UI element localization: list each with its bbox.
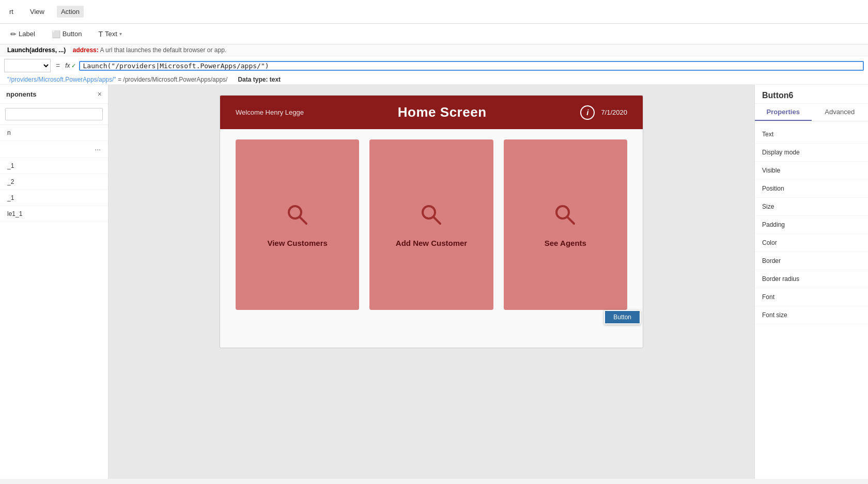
main-layout: nponents × n ··· _1 _2 _1 le1_1: [0, 85, 868, 479]
prop-font[interactable]: Font: [755, 288, 868, 306]
home-screen-title: Home Screen: [398, 104, 487, 120]
right-panel-tabs: Properties Advanced: [755, 104, 868, 121]
prop-color[interactable]: Color: [755, 234, 868, 252]
app-frame: Welcome Henry Legge Home Screen i 7/1/20…: [220, 95, 643, 348]
right-panel: Button6 Properties Advanced Text Display…: [754, 85, 868, 479]
properties-list: Text Display mode Visible Position Size …: [755, 121, 868, 329]
prop-font-size[interactable]: Font size: [755, 306, 868, 324]
sidebar-search-input[interactable]: [5, 108, 103, 120]
formula-input[interactable]: [83, 62, 860, 70]
formula-input-wrapper[interactable]: [79, 61, 864, 71]
formula-dropdown[interactable]: [4, 59, 51, 72]
right-panel-title: Button6: [755, 85, 868, 104]
search-icon: [419, 202, 444, 232]
list-item[interactable]: ···: [0, 141, 108, 158]
autocomplete-row: "/providers/Microsoft.PowerApps/apps/" =…: [0, 75, 868, 85]
param-description: address:: [73, 46, 99, 54]
home-header: Welcome Henry Legge Home Screen i 7/1/20…: [220, 96, 643, 129]
list-item[interactable]: n: [0, 125, 108, 141]
menu-item-rt[interactable]: rt: [5, 6, 18, 18]
list-item[interactable]: _1: [0, 190, 108, 206]
sidebar-title: nponents: [6, 90, 37, 98]
tab-advanced[interactable]: Advanced: [812, 104, 869, 121]
prop-visible[interactable]: Visible: [755, 162, 868, 180]
button-overlay[interactable]: Button: [604, 310, 641, 324]
sidebar-list: n ··· _1 _2 _1 le1_1: [0, 125, 108, 479]
text-tool[interactable]: T Text ▾: [94, 28, 126, 40]
param-detail: A url that launches the default browser …: [100, 46, 226, 54]
prop-text[interactable]: Text: [755, 126, 868, 144]
prop-size[interactable]: Size: [755, 198, 868, 216]
text-dropdown-chevron: ▾: [119, 31, 122, 37]
sidebar-search: [0, 104, 108, 125]
prop-padding[interactable]: Padding: [755, 216, 868, 234]
canvas-area[interactable]: Welcome Henry Legge Home Screen i 7/1/20…: [109, 85, 754, 479]
menu-item-view[interactable]: View: [26, 6, 49, 18]
prop-border-radius[interactable]: Border radius: [755, 270, 868, 288]
card-label-add-customer: Add New Customer: [396, 239, 467, 247]
prop-position[interactable]: Position: [755, 180, 868, 198]
list-item[interactable]: _2: [0, 174, 108, 190]
search-icon: [552, 202, 578, 232]
formula-bar: = fx ✓: [0, 56, 868, 75]
card-label-view-customers: View Customers: [267, 239, 327, 247]
formula-hint: Launch(address, ...) address: A url that…: [0, 44, 868, 56]
svg-line-3: [433, 217, 440, 224]
button-tool[interactable]: ⬜ Button: [48, 28, 86, 40]
cards-grid: View Customers Add New Customer: [220, 129, 643, 325]
svg-line-5: [567, 217, 574, 224]
add-customer-card[interactable]: Add New Customer: [369, 139, 493, 310]
toolbar: ✏ Label ⬜ Button T Text ▾: [0, 24, 868, 44]
label-tool-text: Label: [19, 30, 35, 38]
list-item[interactable]: _1: [0, 158, 108, 174]
list-item[interactable]: le1_1: [0, 206, 108, 222]
label-icon: ✏: [10, 30, 17, 38]
dots-menu-icon[interactable]: ···: [95, 145, 101, 153]
sidebar-header: nponents ×: [0, 85, 108, 104]
prop-border[interactable]: Border: [755, 252, 868, 270]
autocomplete-eq: =: [118, 76, 121, 83]
view-customers-card[interactable]: View Customers: [236, 139, 359, 310]
autocomplete-left: "/providers/Microsoft.PowerApps/apps/" =…: [7, 76, 227, 83]
search-icon: [285, 202, 311, 232]
text-icon: T: [98, 30, 103, 38]
menu-item-action[interactable]: Action: [57, 6, 84, 18]
tab-properties[interactable]: Properties: [755, 104, 812, 121]
eq-sign: =: [54, 61, 62, 70]
text-tool-text: Text: [105, 30, 117, 38]
button-icon: ⬜: [52, 30, 60, 38]
see-agents-card[interactable]: See Agents Button: [504, 139, 627, 310]
data-type-badge: Data type: text: [238, 76, 281, 83]
header-right: i 7/1/2020: [580, 105, 627, 120]
func-signature: Launch(address, ...): [7, 46, 66, 54]
label-tool[interactable]: ✏ Label: [6, 28, 39, 40]
close-sidebar-button[interactable]: ×: [98, 90, 102, 98]
header-date: 7/1/2020: [601, 108, 627, 116]
fx-checkmark: ✓: [71, 63, 76, 69]
prop-display-mode[interactable]: Display mode: [755, 144, 868, 162]
card-label-see-agents: See Agents: [545, 239, 586, 247]
svg-line-1: [300, 217, 306, 224]
welcome-text: Welcome Henry Legge: [236, 108, 304, 116]
button-tool-text: Button: [63, 30, 82, 38]
menu-bar: rt View Action: [0, 0, 868, 24]
sidebar: nponents × n ··· _1 _2 _1 le1_1: [0, 85, 109, 479]
fx-label: fx ✓: [65, 62, 75, 69]
info-icon: i: [580, 105, 595, 120]
